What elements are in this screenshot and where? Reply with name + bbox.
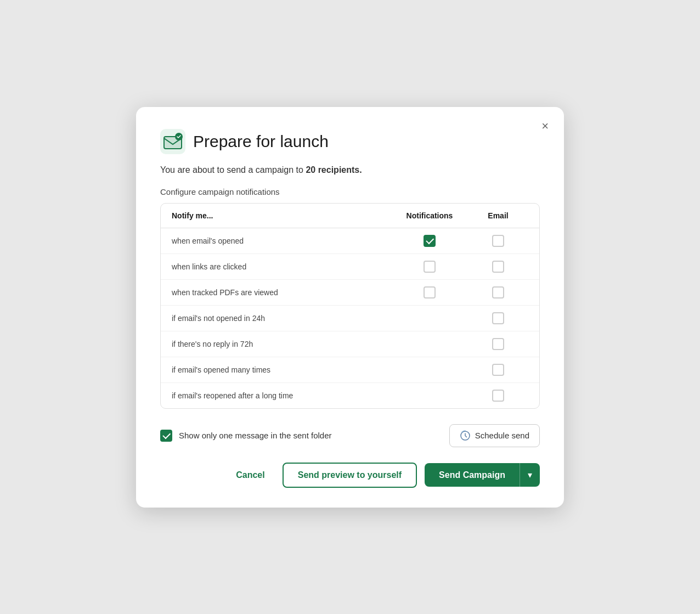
col-header-email: Email [468, 211, 528, 220]
schedule-send-button[interactable]: Schedule send [449, 424, 540, 447]
cell-email-emails-opened[interactable] [468, 235, 528, 247]
table-row: if email's opened many times [161, 357, 539, 383]
notifications-table: Notify me... Notifications Email when em… [160, 203, 540, 409]
send-campaign-dropdown-button[interactable]: ▾ [520, 463, 540, 487]
cancel-button[interactable]: Cancel [226, 465, 274, 486]
modal-dialog: × Prepare for launch You are about to se… [136, 107, 564, 508]
send-campaign-group: Send Campaign ▾ [425, 463, 540, 487]
subtitle-highlight: 20 recipients. [306, 165, 362, 174]
checkbox-notification-emails-opened[interactable] [424, 235, 436, 247]
table-row: when links are clicked [161, 254, 539, 280]
cell-notification-pdfs-viewed[interactable] [391, 286, 468, 298]
show-one-message-option[interactable]: Show only one message in the sent folder [160, 430, 441, 442]
cell-email-links-clicked[interactable] [468, 261, 528, 273]
checkbox-email-opened-many-times[interactable] [492, 364, 504, 376]
schedule-icon [460, 430, 471, 441]
row-label-emails-opened: when email's opened [172, 236, 391, 245]
checkbox-email-pdfs-viewed[interactable] [492, 286, 504, 298]
section-label: Configure campaign notifications [160, 187, 540, 196]
row-label-reopened-long-time: if email's reopened after a long time [172, 391, 391, 400]
send-campaign-button[interactable]: Send Campaign [425, 463, 520, 487]
col-header-notifications: Notifications [391, 211, 468, 220]
row-label-pdfs-viewed: when tracked PDFs are viewed [172, 288, 391, 297]
checkbox-notification-links-clicked[interactable] [424, 261, 436, 273]
checkbox-show-one-message[interactable] [160, 430, 172, 442]
cell-email-opened-many-times[interactable] [468, 364, 528, 376]
cell-notification-links-clicked[interactable] [391, 261, 468, 273]
checkbox-email-reopened-long-time[interactable] [492, 390, 504, 402]
table-row: when tracked PDFs are viewed [161, 280, 539, 306]
row-label-links-clicked: when links are clicked [172, 262, 391, 271]
row-label-not-opened-24h: if email's not opened in 24h [172, 314, 391, 323]
schedule-send-label: Schedule send [475, 431, 529, 440]
table-row: if email's reopened after a long time [161, 383, 539, 408]
send-preview-button[interactable]: Send preview to yourself [283, 463, 417, 488]
table-row: when email's opened [161, 228, 539, 254]
table-row: if email's not opened in 24h [161, 306, 539, 331]
modal-overlay: × Prepare for launch You are about to se… [0, 0, 700, 614]
subtitle: You are about to send a campaign to 20 r… [160, 165, 540, 175]
cell-email-not-opened-24h[interactable] [468, 312, 528, 324]
cell-email-pdfs-viewed[interactable] [468, 286, 528, 298]
modal-title: Prepare for launch [193, 132, 329, 151]
email-launch-icon [160, 129, 185, 154]
show-one-message-label: Show only one message in the sent folder [179, 431, 332, 440]
row-label-opened-many-times: if email's opened many times [172, 365, 391, 374]
checkbox-notification-pdfs-viewed[interactable] [424, 286, 436, 298]
action-row: Cancel Send preview to yourself Send Cam… [160, 463, 540, 488]
row-label-no-reply-72h: if there's no reply in 72h [172, 340, 391, 348]
bottom-row: Show only one message in the sent folder… [160, 424, 540, 447]
col-header-notify: Notify me... [172, 211, 391, 220]
checkbox-email-links-clicked[interactable] [492, 261, 504, 273]
subtitle-prefix: You are about to send a campaign to [160, 165, 306, 174]
modal-header: Prepare for launch [160, 129, 540, 154]
checkbox-email-not-opened-24h[interactable] [492, 312, 504, 324]
table-row: if there's no reply in 72h [161, 331, 539, 357]
checkbox-email-emails-opened[interactable] [492, 235, 504, 247]
cell-notification-emails-opened[interactable] [391, 235, 468, 247]
checkbox-email-no-reply-72h[interactable] [492, 338, 504, 350]
close-button[interactable]: × [538, 118, 552, 134]
table-header: Notify me... Notifications Email [161, 204, 539, 228]
cell-email-no-reply-72h[interactable] [468, 338, 528, 350]
cell-email-reopened-long-time[interactable] [468, 390, 528, 402]
